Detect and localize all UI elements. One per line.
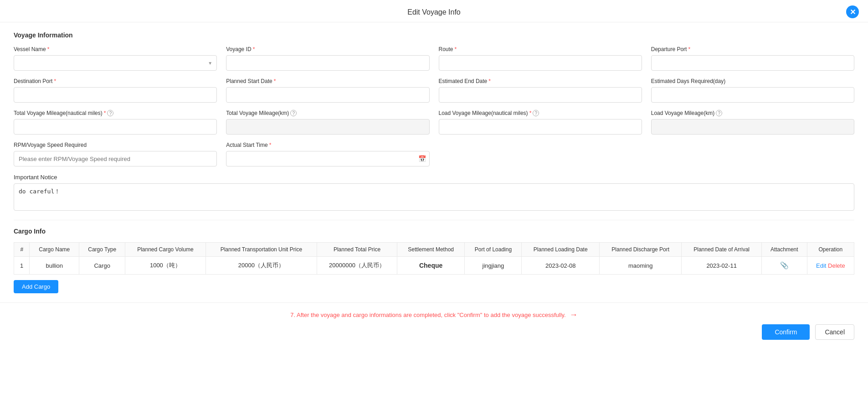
vessel-name-group: Vessel Name * 长胜号 ▼	[14, 46, 217, 71]
estimated-end-date-input[interactable]: 2023-02-12	[439, 87, 642, 103]
load-voyage-km-label: Load Voyage Mileage(km) ?	[651, 110, 854, 116]
load-voyage-km-input: 1 nautical mile =1.852 kilometers(autofi…	[651, 119, 854, 135]
col-planned-total-price: Planned Total Price	[317, 243, 397, 257]
cell-planned-total-price: 20000000（人民币）	[317, 257, 397, 275]
total-voyage-nm-label: Total Voyage Mileage(nautical miles) * ?	[14, 110, 217, 116]
vessel-name-input[interactable]: 长胜号	[14, 55, 217, 71]
modal-header: Edit Voyage Info ✕	[0, 0, 868, 22]
col-planned-cargo-volume: Planned Cargo Volume	[125, 243, 205, 257]
departure-port-required: *	[688, 46, 690, 52]
route-input[interactable]: jingjiang-maoming	[439, 55, 642, 71]
add-cargo-button[interactable]: Add Cargo	[14, 280, 58, 293]
cancel-button[interactable]: Cancel	[815, 324, 854, 340]
cargo-table-head: # Cargo Name Cargo Type Planned Cargo Vo…	[14, 243, 854, 257]
modal-body: Voyage Information Vessel Name * 长胜号 ▼ V…	[0, 22, 868, 302]
vessel-name-label: Vessel Name *	[14, 46, 217, 52]
calendar-icon[interactable]: 📅	[418, 155, 426, 162]
col-operation: Operation	[807, 243, 854, 257]
cell-planned-loading-date: 2023-02-08	[522, 257, 600, 275]
cell-operation: Edit Delete	[807, 257, 854, 275]
cell-planned-discharge-port: maoming	[600, 257, 682, 275]
close-button[interactable]: ✕	[846, 5, 859, 18]
total-voyage-nm-required: *	[104, 110, 106, 116]
col-cargo-name: Cargo Name	[30, 243, 79, 257]
load-voyage-nm-help-icon[interactable]: ?	[533, 110, 539, 116]
cell-index: 1	[14, 257, 30, 275]
col-planned-transportation-unit-price: Planned Transportation Unit Price	[205, 243, 317, 257]
cargo-table-body: 1 bullion Cargo 1000（吨） 20000（人民币） 20000…	[14, 257, 854, 275]
estimated-end-date-required: *	[488, 78, 491, 84]
load-voyage-nm-label: Load Voyage Mileage(nautical miles) * ?	[439, 110, 642, 116]
load-voyage-nm-group: Load Voyage Mileage(nautical miles) * ? …	[439, 110, 642, 135]
route-label: Route *	[439, 46, 642, 52]
total-voyage-nm-group: Total Voyage Mileage(nautical miles) * ?…	[14, 110, 217, 135]
voyage-id-label: Voyage ID *	[226, 46, 429, 52]
cargo-table: # Cargo Name Cargo Type Planned Cargo Vo…	[14, 242, 854, 275]
load-voyage-nm-input[interactable]: 0	[439, 119, 642, 135]
table-row: 1 bullion Cargo 1000（吨） 20000（人民币） 20000…	[14, 257, 854, 275]
col-attachment: Attachment	[761, 243, 807, 257]
cell-attachment: 📎	[761, 257, 807, 275]
col-index: #	[14, 243, 30, 257]
hint-text: 7. After the voyage and cargo informatio…	[290, 312, 565, 318]
form-row-1: Vessel Name * 长胜号 ▼ Voyage ID * Victory …	[14, 46, 854, 71]
voyage-id-group: Voyage ID * Victory no：528	[226, 46, 429, 71]
route-required: *	[455, 46, 457, 52]
col-settlement-method: Settlement Method	[397, 243, 465, 257]
rpm-input[interactable]	[14, 151, 217, 166]
planned-start-date-input[interactable]: 2023-02-08	[226, 87, 429, 103]
arrow-right-icon: →	[570, 310, 578, 320]
destination-port-label: Destination Port *	[14, 78, 217, 84]
total-voyage-km-group: Total Voyage Mileage(km) ? 37040	[226, 110, 429, 135]
actual-start-time-required: *	[269, 142, 272, 148]
cell-port-of-loading: jingjiang	[465, 257, 522, 275]
col-planned-discharge-port: Planned Discharge Port	[600, 243, 682, 257]
planned-start-date-group: Planned Start Date * 2023-02-08	[226, 78, 429, 103]
attachment-icon[interactable]: 📎	[780, 261, 789, 269]
total-voyage-nm-input[interactable]: 20000	[14, 119, 217, 135]
voyage-info-title: Voyage Information	[14, 31, 854, 39]
col-cargo-type: Cargo Type	[79, 243, 125, 257]
confirm-button[interactable]: Confirm	[762, 324, 810, 340]
col-port-of-loading: Port of Loading	[465, 243, 522, 257]
total-voyage-km-label: Total Voyage Mileage(km) ?	[226, 110, 429, 116]
important-notice-label: Important Notice	[14, 174, 854, 181]
total-voyage-nm-help-icon[interactable]: ?	[107, 110, 113, 116]
edit-button[interactable]: Edit	[816, 262, 826, 269]
vessel-name-required: *	[47, 46, 50, 52]
destination-port-group: Destination Port * maoming	[14, 78, 217, 103]
empty-col-1	[439, 142, 642, 166]
modal-footer: 7. After the voyage and cargo informatio…	[0, 302, 868, 347]
cell-cargo-name: bullion	[30, 257, 79, 275]
modal-container: Edit Voyage Info ✕ Voyage Information Ve…	[0, 0, 868, 400]
col-planned-loading-date: Planned Loading Date	[522, 243, 600, 257]
cell-planned-date-of-arrival: 2023-02-11	[682, 257, 761, 275]
total-voyage-km-help-icon[interactable]: ?	[290, 110, 297, 116]
actual-start-time-group: Actual Start Time * 2023-02-15 15:02 📅	[226, 142, 429, 166]
cargo-info-title: Cargo Info	[14, 228, 854, 235]
actual-start-time-input[interactable]: 2023-02-15 15:02	[226, 151, 429, 166]
empty-col-2	[651, 142, 854, 166]
form-row-3: Total Voyage Mileage(nautical miles) * ?…	[14, 110, 854, 135]
total-voyage-km-input: 37040	[226, 119, 429, 135]
departure-port-input[interactable]: jingjiang	[651, 55, 854, 71]
destination-port-input[interactable]: maoming	[14, 87, 217, 103]
load-voyage-nm-required: *	[529, 110, 532, 116]
cell-planned-cargo-volume: 1000（吨）	[125, 257, 205, 275]
voyage-id-input[interactable]: Victory no：528	[226, 55, 429, 71]
col-planned-date-of-arrival: Planned Date of Arrival	[682, 243, 761, 257]
planned-start-date-label: Planned Start Date *	[226, 78, 429, 84]
important-notice-textarea[interactable]: do careful！	[14, 183, 854, 211]
delete-button[interactable]: Delete	[828, 262, 845, 269]
cargo-table-header-row: # Cargo Name Cargo Type Planned Cargo Vo…	[14, 243, 854, 257]
hint-area: 7. After the voyage and cargo informatio…	[14, 310, 854, 320]
cell-planned-transportation-unit-price: 20000（人民币）	[205, 257, 317, 275]
load-voyage-km-help-icon[interactable]: ?	[716, 110, 722, 116]
estimated-days-input[interactable]: 4	[651, 87, 854, 103]
form-row-2: Destination Port * maoming Planned Start…	[14, 78, 854, 103]
cell-cargo-type: Cargo	[79, 257, 125, 275]
departure-port-label: Departure Port *	[651, 46, 854, 52]
rpm-label: RPM/Voyage Speed Required	[14, 142, 217, 148]
planned-start-date-required: *	[274, 78, 276, 84]
actual-start-time-label: Actual Start Time *	[226, 142, 429, 148]
